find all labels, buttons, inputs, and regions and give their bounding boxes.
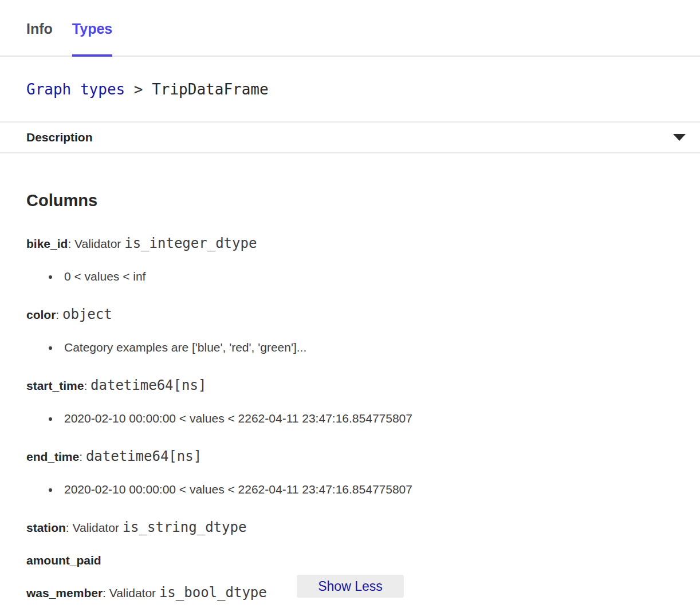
column-dtype-code: datetime64[ns]	[86, 448, 202, 464]
column-definition-station: station: Validator is_string_dtype	[26, 517, 674, 538]
tab-bar: Info Types	[0, 0, 700, 57]
chevron-down-icon	[673, 134, 686, 141]
column-validator-label: : Validator	[68, 237, 124, 250]
constraint-item: 2020-02-10 00:00:00 < values < 2262-04-1…	[60, 481, 674, 498]
column-name: was_member	[26, 586, 103, 599]
column-constraints: 2020-02-10 00:00:00 < values < 2262-04-1…	[26, 481, 674, 498]
column-dtype-code: is_bool_dtype	[159, 585, 267, 601]
column-name: station	[26, 521, 66, 534]
column-name: amount_paid	[26, 554, 101, 567]
constraint-item: 0 < values < inf	[60, 268, 674, 285]
constraint-item: Category examples are ['blue', 'red', 'g…	[60, 339, 674, 356]
column-definition-start-time: start_time: datetime64[ns]	[26, 375, 674, 396]
column-dtype-code: object	[62, 306, 112, 322]
column-dtype-code: is_integer_dtype	[124, 235, 257, 251]
tab-info[interactable]: Info	[26, 21, 53, 56]
columns-heading: Columns	[26, 191, 674, 210]
column-name: end_time	[26, 450, 79, 463]
column-definition-end-time: end_time: datetime64[ns]	[26, 446, 674, 467]
column-definition-bike-id: bike_id: Validator is_integer_dtype	[26, 233, 674, 254]
columns-section: Columns bike_id: Validator is_integer_dt…	[0, 191, 700, 603]
column-definition-amount-paid: amount_paid	[26, 550, 674, 571]
column-definition-color: color: object	[26, 304, 674, 325]
breadcrumb-separator: >	[125, 81, 152, 98]
description-title: Description	[26, 131, 93, 144]
column-separator: :	[79, 450, 86, 463]
column-constraints: 2020-02-10 00:00:00 < values < 2262-04-1…	[26, 410, 674, 427]
column-separator: :	[56, 308, 62, 321]
column-constraints: 0 < values < inf	[26, 268, 674, 285]
breadcrumb: Graph types > TripDataFrame	[0, 57, 700, 121]
column-dtype-code: datetime64[ns]	[91, 377, 206, 393]
breadcrumb-link-graph-types[interactable]: Graph types	[26, 81, 125, 98]
column-constraints: Category examples are ['blue', 'red', 'g…	[26, 339, 674, 356]
column-name: color	[26, 308, 56, 321]
column-dtype-code: is_string_dtype	[123, 519, 247, 535]
column-validator-label: : Validator	[103, 586, 159, 599]
breadcrumb-current: TripDataFrame	[152, 81, 269, 98]
column-validator-label: : Validator	[66, 521, 123, 534]
show-less-button[interactable]: Show Less	[297, 575, 404, 598]
column-separator: :	[84, 379, 91, 392]
constraint-item: 2020-02-10 00:00:00 < values < 2262-04-1…	[60, 410, 674, 427]
description-section-header[interactable]: Description	[0, 121, 700, 153]
tab-types[interactable]: Types	[72, 21, 112, 56]
column-name: start_time	[26, 379, 84, 392]
column-name: bike_id	[26, 237, 68, 250]
